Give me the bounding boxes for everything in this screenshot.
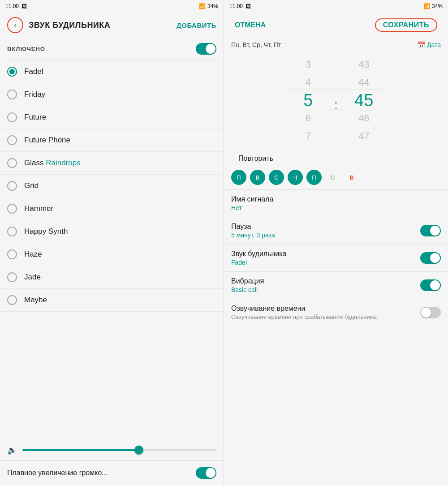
vibration-info: Вибрация Basic call — [231, 277, 264, 293]
signal-name-row[interactable]: Имя сигнала Нет — [224, 189, 448, 217]
radio-glass-raindrops[interactable] — [7, 158, 17, 168]
back-button[interactable]: ‹ — [7, 17, 23, 33]
slider-thumb[interactable] — [134, 446, 143, 455]
time-picker[interactable]: 3 4 5 6 7 : 43 44 45 46 47 — [224, 52, 448, 149]
date-button[interactable]: 📅 Дата — [418, 41, 441, 48]
vibration-value: Basic call — [231, 286, 264, 293]
left-status-bar: 11:00 🖼 📶 34% — [0, 0, 224, 13]
sound-name-grid: Grid — [24, 181, 39, 190]
days-text: Пн, Вт, Ср, Чт, Пт — [231, 41, 281, 48]
add-button[interactable]: ДОБАВИТЬ — [177, 21, 216, 29]
alarm-sound-value: Fadel — [231, 259, 287, 266]
smooth-label: Плавное увеличение громко... — [7, 469, 108, 477]
voice-time-row: Озвучивание времени Озвучивание времени … — [224, 299, 448, 326]
smooth-row: Плавное увеличение громко... — [0, 460, 224, 485]
vibration-toggle[interactable] — [420, 279, 441, 291]
day-wed[interactable]: С — [269, 170, 284, 185]
sound-item-haze[interactable]: Haze — [0, 243, 224, 266]
radio-friday[interactable] — [7, 90, 17, 99]
day-mon[interactable]: П — [231, 170, 246, 185]
smooth-toggle[interactable] — [196, 467, 216, 479]
right-time: 11:00 — [229, 3, 243, 9]
volume-row: 🔈 — [0, 440, 224, 460]
enabled-row: ВКЛЮЧЕНО — [0, 38, 224, 60]
day-sat[interactable]: С — [325, 174, 340, 181]
sound-item-grid[interactable]: Grid — [0, 175, 224, 197]
day-sun[interactable]: В — [344, 174, 359, 181]
sound-item-glass-raindrops[interactable]: Glass Raindrops — [0, 152, 224, 175]
radio-grid[interactable] — [7, 181, 17, 191]
sound-item-future-phone[interactable]: Future Phone — [0, 129, 224, 152]
radio-maybe[interactable] — [7, 295, 17, 305]
right-header: ОТМЕНА СОХРАНИТЬ — [224, 13, 448, 38]
enabled-label: ВКЛЮЧЕНО — [7, 46, 45, 52]
volume-slider[interactable] — [22, 449, 216, 451]
left-battery: 34% — [207, 3, 218, 9]
minutes-column[interactable]: 43 44 45 46 47 — [341, 56, 386, 145]
radio-fadel[interactable] — [7, 67, 17, 77]
sound-item-jade[interactable]: Jade — [0, 266, 224, 289]
right-panel: 11:00 🖼 📶 34% ОТМЕНА СОХРАНИТЬ Пн, Вт, С… — [224, 0, 448, 485]
day-tue[interactable]: В — [250, 170, 265, 185]
alarm-sound-toggle[interactable] — [420, 252, 441, 264]
radio-haze[interactable] — [7, 249, 17, 259]
right-image-icon: 🖼 — [246, 3, 251, 9]
calendar-icon: 📅 — [418, 41, 425, 48]
min-44: 44 — [358, 73, 369, 91]
min-47: 47 — [358, 127, 369, 145]
repeat-label: Повторить — [231, 150, 280, 165]
alarm-sound-row: Звук будильника Fadel — [224, 244, 448, 271]
hour-4: 4 — [306, 73, 311, 91]
min-45: 45 — [354, 91, 373, 109]
enabled-toggle[interactable] — [196, 43, 216, 55]
left-header: ‹ ЗВУК БУДИЛЬНИКА ДОБАВИТЬ — [0, 13, 224, 38]
radio-inner-fadel — [9, 69, 15, 74]
hours-column[interactable]: 3 4 5 6 7 — [286, 56, 331, 145]
sound-name-hammer: Hammer — [24, 204, 53, 213]
sound-item-friday[interactable]: Friday — [0, 83, 224, 106]
radio-future[interactable] — [7, 112, 17, 122]
right-wifi-icon: 📶 — [423, 3, 430, 9]
sound-name-fadel: Fadel — [24, 67, 43, 76]
highlight-raindrops: Raindrops — [46, 159, 81, 167]
pause-info: Пауза 5 минут, 3 раза — [231, 223, 275, 239]
sound-item-maybe[interactable]: Maybe — [0, 289, 224, 312]
pause-row: Пауза 5 минут, 3 раза — [224, 217, 448, 244]
sound-item-hammer[interactable]: Hammer — [0, 197, 224, 220]
voice-time-label: Озвучивание времени — [231, 305, 415, 313]
sound-name-friday: Friday — [24, 90, 45, 99]
signal-name-label: Имя сигнала — [231, 195, 441, 203]
day-fri[interactable]: П — [306, 170, 322, 185]
vibration-row: Вибрация Basic call — [224, 271, 448, 299]
radio-hammer[interactable] — [7, 204, 17, 214]
vibration-flex: Вибрация Basic call — [231, 277, 441, 293]
right-status-bar: 11:00 🖼 📶 34% — [224, 0, 448, 13]
sound-name-maybe: Maybe — [24, 296, 47, 305]
left-time: 11:00 — [5, 3, 19, 9]
pause-toggle[interactable] — [420, 225, 441, 236]
sound-item-happy-synth[interactable]: Happy Synth — [0, 220, 224, 243]
hour-7: 7 — [306, 127, 311, 145]
sound-name-jade: Jade — [24, 273, 41, 282]
sound-list: Fadel Friday Future Future Phone Glass R… — [0, 60, 224, 440]
radio-happy-synth[interactable] — [7, 227, 17, 236]
sound-name-future: Future — [24, 113, 46, 122]
day-thu[interactable]: Ч — [288, 170, 303, 185]
sound-name-future-phone: Future Phone — [24, 136, 70, 145]
voice-time-toggle[interactable] — [420, 307, 441, 318]
save-button[interactable]: СОХРАНИТЬ — [375, 18, 437, 32]
hour-6: 6 — [306, 109, 311, 127]
pause-label: Пауза — [231, 223, 275, 231]
days-row: Пн, Вт, Ср, Чт, Пт 📅 Дата — [224, 38, 448, 52]
sound-item-future[interactable]: Future — [0, 106, 224, 129]
radio-future-phone[interactable] — [7, 135, 17, 145]
sound-item-fadel[interactable]: Fadel — [0, 60, 224, 83]
sound-name-haze: Haze — [24, 250, 42, 259]
min-46: 46 — [358, 109, 369, 127]
repeat-days: П В С Ч П С В — [224, 168, 448, 189]
min-43: 43 — [358, 56, 369, 73]
cancel-button[interactable]: ОТМЕНА — [235, 21, 266, 29]
alarm-sound-flex: Звук будильника Fadel — [231, 250, 441, 266]
radio-jade[interactable] — [7, 272, 17, 282]
sound-name-glass-raindrops: Glass Raindrops — [24, 159, 81, 167]
